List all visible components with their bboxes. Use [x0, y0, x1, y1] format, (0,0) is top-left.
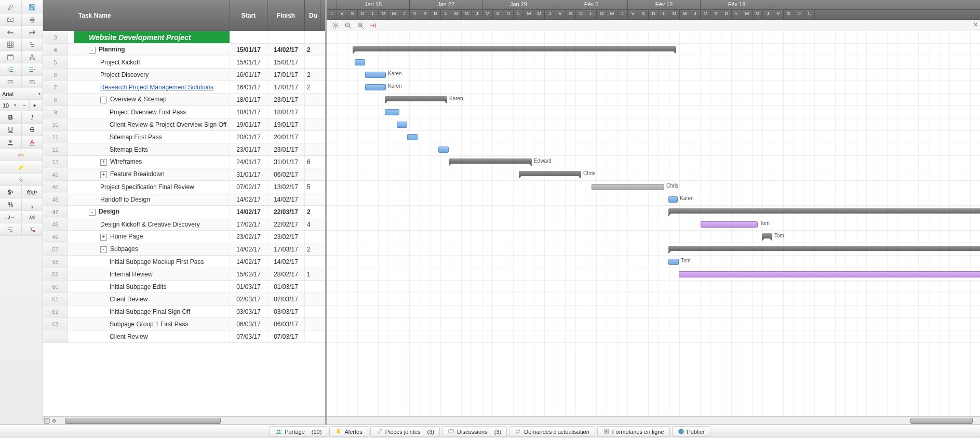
gantt-bar[interactable]	[355, 59, 365, 65]
finish-cell[interactable]: 28/02/17	[267, 268, 305, 280]
task-row[interactable]: 11Sitemap First Pass20/01/1720/01/17	[43, 131, 325, 143]
task-name-cell[interactable]: Design Kickoff & Creative Discovery	[74, 218, 230, 230]
task-name-cell[interactable]: +Wireframes	[74, 156, 230, 168]
col-header-finish[interactable]: Finish	[267, 0, 305, 31]
gantt-bar[interactable]	[365, 72, 386, 78]
finish-cell[interactable]: 01/03/17	[267, 281, 305, 293]
row-number[interactable]: 6	[43, 69, 68, 81]
start-cell[interactable]: 19/01/17	[230, 118, 267, 130]
task-row[interactable]: 12Sitemap Edits23/01/1723/01/17	[43, 143, 325, 156]
row-number[interactable]: 49	[43, 231, 68, 243]
task-row[interactable]: 57-Subpages14/02/1717/03/172	[43, 243, 325, 256]
duration-cell[interactable]: 2	[305, 243, 320, 255]
attachments-tab[interactable]: Pièces jointes (3)	[370, 426, 440, 437]
task-name-cell[interactable]: Subpage Group 1 First Pass	[74, 318, 230, 330]
finish-cell[interactable]: 06/03/17	[267, 318, 305, 330]
font-selector[interactable]: Arial▾	[0, 88, 43, 100]
row-number[interactable]: 59	[43, 268, 68, 280]
task-row[interactable]: 46Handoff to Design14/02/1714/02/17	[43, 193, 325, 206]
indent2-button[interactable]	[22, 76, 43, 88]
task-name-cell[interactable]: Research Project Management Solutions	[74, 81, 230, 93]
duration-cell[interactable]	[305, 118, 320, 130]
start-cell[interactable]	[230, 31, 267, 43]
start-cell[interactable]: 14/02/17	[230, 193, 267, 205]
gantt-bar[interactable]	[438, 147, 449, 153]
zoom-in-icon[interactable]	[357, 22, 364, 29]
wrap-text-button[interactable]	[0, 223, 22, 235]
task-row[interactable]: 4-Planning15/01/1714/02/172	[43, 44, 325, 56]
col-header-du[interactable]: Du	[305, 0, 320, 31]
task-row[interactable]: 60Initial Subpage Edits01/03/1701/03/17	[43, 281, 325, 293]
finish-cell[interactable]: 19/01/17	[267, 118, 305, 130]
duration-cell[interactable]	[305, 56, 320, 68]
row-number[interactable]: 8	[43, 94, 68, 105]
duration-cell[interactable]	[305, 143, 320, 155]
task-name-cell[interactable]: -Planning	[74, 44, 230, 56]
expand-toggle[interactable]: -	[89, 209, 96, 216]
finish-cell[interactable]: 18/01/17	[267, 106, 305, 118]
duration-cell[interactable]	[305, 330, 320, 342]
close-gantt-icon[interactable]: ✕	[972, 21, 979, 28]
finish-cell[interactable]: 23/01/17	[267, 94, 305, 105]
col-header-task[interactable]: Task Name	[74, 0, 230, 31]
row-number[interactable]: 60	[43, 281, 68, 293]
calendar-button[interactable]	[0, 51, 22, 63]
task-name-cell[interactable]: Sitemap Edits	[74, 143, 230, 155]
zoom-out-icon[interactable]	[344, 22, 352, 29]
task-name-cell[interactable]: -Overview & Sitemap	[74, 94, 230, 105]
start-cell[interactable]: 17/02/17	[230, 218, 267, 230]
expand-toggle[interactable]: +	[100, 159, 107, 166]
goto-today-icon[interactable]	[369, 22, 377, 29]
col-header-start[interactable]: Start	[230, 0, 267, 31]
start-cell[interactable]: 16/01/17	[230, 81, 267, 93]
start-cell[interactable]: 23/02/17	[230, 231, 267, 243]
row-number[interactable]: 9	[43, 106, 68, 118]
task-row[interactable]: 41+Feature Breakdown31/01/1706/02/17	[43, 168, 325, 181]
finish-cell[interactable]: 14/02/17	[267, 193, 305, 205]
task-row[interactable]: Client Review07/03/1707/03/17	[43, 330, 325, 343]
start-cell[interactable]: 15/01/17	[230, 56, 267, 68]
row-number[interactable]: 3	[43, 31, 68, 43]
row-number[interactable]: 47	[43, 206, 68, 218]
gantt-view-button[interactable]	[22, 38, 43, 50]
publish-tab[interactable]: Publier	[672, 426, 710, 437]
gantt-bar[interactable]	[668, 246, 980, 251]
duration-cell[interactable]: 2	[305, 81, 320, 93]
task-row[interactable]: 10Client Review & Project Overview Sign …	[43, 118, 325, 131]
duration-cell[interactable]	[305, 193, 320, 205]
task-name-cell[interactable]: Project Kickoff	[74, 56, 230, 68]
expand-toggle[interactable]: +	[100, 171, 107, 178]
task-row[interactable]: 61Client Review02/03/1702/03/17	[43, 293, 325, 306]
duration-cell[interactable]	[305, 94, 320, 105]
task-row[interactable]: 45Project Specification Final Review07/0…	[43, 181, 325, 193]
start-cell[interactable]: 31/01/17	[230, 168, 267, 180]
outdent2-button[interactable]	[0, 76, 22, 88]
task-link[interactable]: Research Project Management Solutions	[100, 84, 213, 91]
task-name-cell[interactable]: Website Development Project	[74, 31, 230, 43]
row-number[interactable]: 5	[43, 56, 68, 68]
gantt-bar[interactable]	[668, 208, 980, 214]
thousands-button[interactable]: ,	[22, 198, 43, 210]
finish-cell[interactable]: 22/02/17	[267, 218, 305, 230]
task-row[interactable]: 5Project Kickoff15/01/1715/01/17	[43, 56, 325, 69]
row-number[interactable]: 13	[43, 156, 68, 168]
task-name-cell[interactable]: Project Discovery	[74, 69, 230, 81]
duration-cell[interactable]: 6	[305, 156, 320, 168]
outdent-button[interactable]	[0, 63, 22, 75]
task-row[interactable]: 49+Home Page23/02/1723/02/17	[43, 231, 325, 243]
row-number[interactable]	[43, 330, 68, 342]
finish-cell[interactable]: 17/01/17	[267, 81, 305, 93]
task-name-cell[interactable]: Client Review & Project Overview Sign Of…	[74, 118, 230, 130]
row-number[interactable]: 12	[43, 143, 68, 155]
link-button2[interactable]	[0, 174, 43, 185]
duration-cell[interactable]: 5	[305, 181, 320, 193]
task-row[interactable]: 13+Wireframes24/01/1731/01/176	[43, 156, 325, 168]
discussions-tab[interactable]: Discussions (3)	[442, 426, 507, 437]
task-name-cell[interactable]: Internal Review	[74, 268, 230, 280]
decimal-decrease-button[interactable]: .00	[22, 211, 43, 223]
duration-cell[interactable]	[305, 256, 320, 268]
row-number[interactable]: 11	[43, 131, 68, 143]
grid-hscroll[interactable]	[43, 416, 325, 424]
start-cell[interactable]: 18/01/17	[230, 94, 267, 105]
start-cell[interactable]: 02/03/17	[230, 293, 267, 305]
